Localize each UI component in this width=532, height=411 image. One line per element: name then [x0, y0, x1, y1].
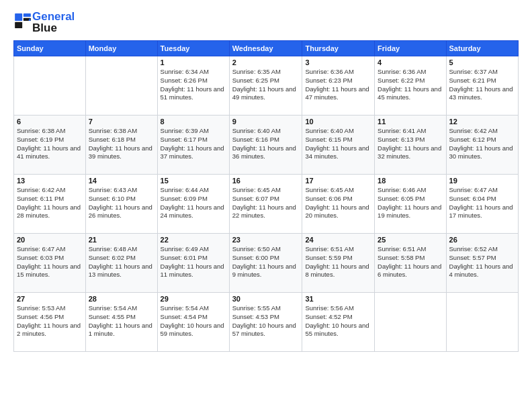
day-number: 31 [305, 295, 371, 303]
day-cell: 19Sunrise: 6:47 AM Sunset: 6:04 PM Dayli… [446, 175, 518, 234]
day-cell: 21Sunrise: 6:48 AM Sunset: 6:02 PM Dayli… [85, 234, 157, 293]
day-info: Sunrise: 6:47 AM Sunset: 6:04 PM Dayligh… [449, 186, 515, 220]
day-cell: 15Sunrise: 6:44 AM Sunset: 6:09 PM Dayli… [157, 175, 229, 234]
day-number: 21 [89, 236, 154, 244]
day-info: Sunrise: 6:46 AM Sunset: 6:05 PM Dayligh… [378, 186, 443, 220]
week-row-3: 13Sunrise: 6:42 AM Sunset: 6:11 PM Dayli… [14, 175, 519, 234]
day-number: 1 [161, 58, 226, 66]
day-cell: 17Sunrise: 6:45 AM Sunset: 6:06 PM Dayli… [302, 175, 375, 234]
calendar-header-row: SundayMondayTuesdayWednesdayThursdayFrid… [14, 41, 519, 56]
day-cell: 1Sunrise: 6:34 AM Sunset: 6:26 PM Daylig… [157, 56, 229, 116]
day-cell: 7Sunrise: 6:38 AM Sunset: 6:18 PM Daylig… [85, 116, 157, 175]
day-cell: 6Sunrise: 6:38 AM Sunset: 6:19 PM Daylig… [14, 116, 86, 175]
day-cell: 27Sunrise: 5:53 AM Sunset: 4:56 PM Dayli… [14, 293, 86, 352]
week-row-2: 6Sunrise: 6:38 AM Sunset: 6:19 PM Daylig… [14, 116, 519, 175]
day-number: 14 [89, 177, 154, 185]
day-number: 19 [449, 177, 515, 185]
day-info: Sunrise: 6:44 AM Sunset: 6:09 PM Dayligh… [161, 186, 226, 220]
day-number: 5 [449, 58, 515, 66]
day-info: Sunrise: 5:54 AM Sunset: 4:55 PM Dayligh… [89, 304, 154, 338]
day-number: 11 [378, 118, 443, 126]
logo: General Blue [13, 11, 75, 34]
day-cell: 14Sunrise: 6:43 AM Sunset: 6:10 PM Dayli… [85, 175, 157, 234]
day-info: Sunrise: 6:51 AM Sunset: 5:59 PM Dayligh… [305, 245, 371, 279]
day-number: 13 [17, 177, 83, 185]
day-cell: 9Sunrise: 6:40 AM Sunset: 6:16 PM Daylig… [229, 116, 302, 175]
day-number: 3 [305, 58, 371, 66]
logo-icon [15, 13, 31, 28]
week-row-1: 1Sunrise: 6:34 AM Sunset: 6:26 PM Daylig… [14, 56, 519, 116]
day-number: 16 [232, 177, 300, 185]
day-cell [375, 293, 446, 352]
day-number: 15 [161, 177, 226, 185]
col-header-sunday: Sunday [14, 41, 86, 56]
day-info: Sunrise: 5:55 AM Sunset: 4:53 PM Dayligh… [232, 304, 300, 338]
day-cell: 11Sunrise: 6:41 AM Sunset: 6:13 PM Dayli… [375, 116, 446, 175]
svg-rect-3 [15, 22, 22, 28]
day-number: 17 [305, 177, 371, 185]
day-cell: 8Sunrise: 6:39 AM Sunset: 6:17 PM Daylig… [157, 116, 229, 175]
day-info: Sunrise: 5:56 AM Sunset: 4:52 PM Dayligh… [305, 304, 371, 338]
day-info: Sunrise: 6:43 AM Sunset: 6:10 PM Dayligh… [89, 186, 154, 220]
day-info: Sunrise: 6:45 AM Sunset: 6:06 PM Dayligh… [305, 186, 371, 220]
day-number: 29 [161, 295, 226, 303]
col-header-monday: Monday [85, 41, 157, 56]
day-info: Sunrise: 6:40 AM Sunset: 6:16 PM Dayligh… [232, 127, 300, 161]
day-info: Sunrise: 5:53 AM Sunset: 4:56 PM Dayligh… [17, 304, 83, 338]
day-cell: 28Sunrise: 5:54 AM Sunset: 4:55 PM Dayli… [85, 293, 157, 352]
day-number: 28 [89, 295, 154, 303]
day-number: 30 [232, 295, 300, 303]
day-number: 12 [449, 118, 515, 126]
day-cell: 18Sunrise: 6:46 AM Sunset: 6:05 PM Dayli… [375, 175, 446, 234]
day-cell: 10Sunrise: 6:40 AM Sunset: 6:15 PM Dayli… [302, 116, 375, 175]
day-cell: 4Sunrise: 6:36 AM Sunset: 6:22 PM Daylig… [375, 56, 446, 116]
day-cell: 3Sunrise: 6:36 AM Sunset: 6:23 PM Daylig… [302, 56, 375, 116]
day-number: 8 [161, 118, 226, 126]
day-cell: 5Sunrise: 6:37 AM Sunset: 6:21 PM Daylig… [446, 56, 518, 116]
day-info: Sunrise: 6:49 AM Sunset: 6:01 PM Dayligh… [161, 245, 226, 279]
day-number: 26 [449, 236, 515, 244]
day-info: Sunrise: 6:35 AM Sunset: 6:25 PM Dayligh… [232, 68, 300, 102]
day-cell: 31Sunrise: 5:56 AM Sunset: 4:52 PM Dayli… [302, 293, 375, 352]
day-number: 10 [305, 118, 371, 126]
day-info: Sunrise: 6:38 AM Sunset: 6:19 PM Dayligh… [17, 127, 83, 161]
svg-rect-1 [24, 13, 31, 17]
week-row-4: 20Sunrise: 6:47 AM Sunset: 6:03 PM Dayli… [14, 234, 519, 293]
day-number: 22 [161, 236, 226, 244]
day-info: Sunrise: 6:34 AM Sunset: 6:26 PM Dayligh… [161, 68, 226, 102]
page: General Blue SundayMondayTuesdayWednesda… [0, 0, 532, 411]
day-info: Sunrise: 6:48 AM Sunset: 6:02 PM Dayligh… [89, 245, 154, 279]
week-row-5: 27Sunrise: 5:53 AM Sunset: 4:56 PM Dayli… [14, 293, 519, 352]
day-cell: 22Sunrise: 6:49 AM Sunset: 6:01 PM Dayli… [157, 234, 229, 293]
day-info: Sunrise: 6:52 AM Sunset: 5:57 PM Dayligh… [449, 245, 515, 279]
day-cell: 30Sunrise: 5:55 AM Sunset: 4:53 PM Dayli… [229, 293, 302, 352]
day-info: Sunrise: 6:51 AM Sunset: 5:58 PM Dayligh… [378, 245, 443, 279]
day-info: Sunrise: 6:36 AM Sunset: 6:23 PM Dayligh… [305, 68, 371, 102]
day-number: 27 [17, 295, 83, 303]
logo-blue: Blue [32, 21, 57, 34]
day-info: Sunrise: 6:41 AM Sunset: 6:13 PM Dayligh… [378, 127, 443, 161]
day-info: Sunrise: 6:39 AM Sunset: 6:17 PM Dayligh… [161, 127, 226, 161]
col-header-tuesday: Tuesday [157, 41, 229, 56]
day-number: 7 [89, 118, 154, 126]
day-cell: 13Sunrise: 6:42 AM Sunset: 6:11 PM Dayli… [14, 175, 86, 234]
header: General Blue [13, 11, 519, 34]
day-number: 6 [17, 118, 83, 126]
day-info: Sunrise: 5:54 AM Sunset: 4:54 PM Dayligh… [161, 304, 226, 338]
day-info: Sunrise: 6:37 AM Sunset: 6:21 PM Dayligh… [449, 68, 515, 102]
day-info: Sunrise: 6:42 AM Sunset: 6:11 PM Dayligh… [17, 186, 83, 220]
day-info: Sunrise: 6:45 AM Sunset: 6:07 PM Dayligh… [232, 186, 300, 220]
day-info: Sunrise: 6:36 AM Sunset: 6:22 PM Dayligh… [378, 68, 443, 102]
day-number: 25 [378, 236, 443, 244]
day-cell: 2Sunrise: 6:35 AM Sunset: 6:25 PM Daylig… [229, 56, 302, 116]
day-number: 2 [232, 58, 300, 66]
calendar-table: SundayMondayTuesdayWednesdayThursdayFrid… [13, 40, 519, 352]
day-cell: 29Sunrise: 5:54 AM Sunset: 4:54 PM Dayli… [157, 293, 229, 352]
day-number: 9 [232, 118, 300, 126]
day-info: Sunrise: 6:42 AM Sunset: 6:12 PM Dayligh… [449, 127, 515, 161]
svg-rect-0 [15, 13, 22, 21]
day-cell [14, 56, 86, 116]
day-number: 18 [378, 177, 443, 185]
day-cell: 23Sunrise: 6:50 AM Sunset: 6:00 PM Dayli… [229, 234, 302, 293]
col-header-saturday: Saturday [446, 41, 518, 56]
